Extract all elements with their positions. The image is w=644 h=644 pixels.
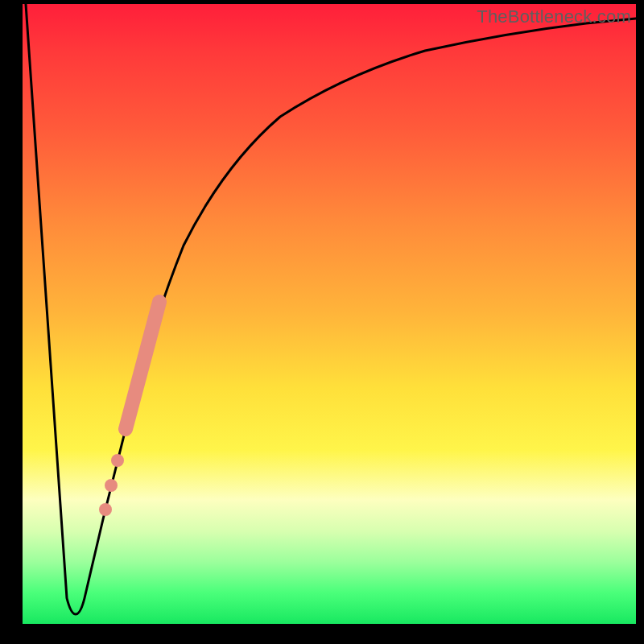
plot-area: TheBottleneck.com [23, 4, 636, 624]
chart-stage: TheBottleneck.com [0, 0, 644, 644]
curve-layer [23, 4, 636, 624]
highlight-dot [111, 454, 124, 467]
highlight-thick [126, 302, 159, 429]
highlight-dot [105, 479, 118, 492]
highlight-dot [99, 503, 112, 516]
bottleneck-curve [26, 4, 636, 614]
